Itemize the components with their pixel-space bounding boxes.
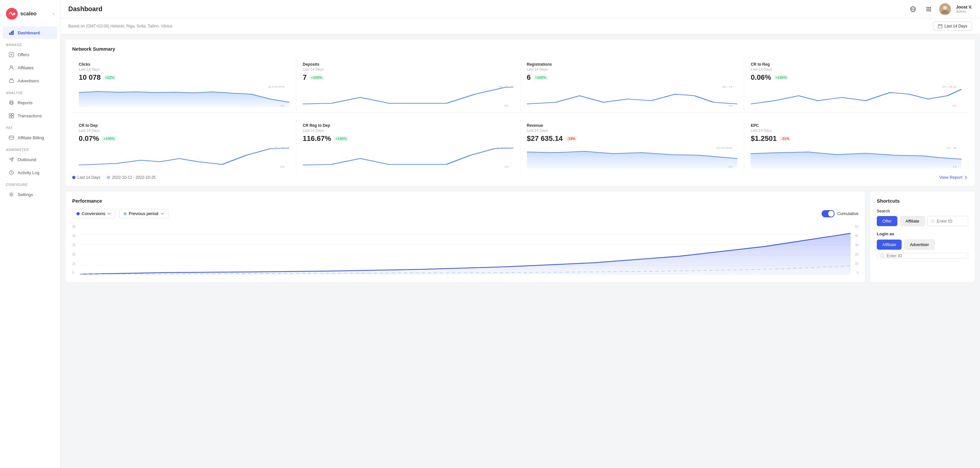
sidebar-item-settings[interactable]: Settings — [3, 188, 57, 201]
search-tab-affiliate[interactable]: Affiliate — [900, 216, 925, 226]
metric-cr-reg-dep-chart: 480 0 — [303, 145, 514, 168]
metric-registrations: Registrations Last 14 Days 6 +100% 2.4 0 — [520, 57, 745, 111]
topbar-actions: Joost V. Admin — [908, 3, 972, 15]
y-label-2k-right: 2k — [855, 253, 859, 256]
sidebar-item-advertisers[interactable]: Advertisers — [3, 75, 57, 87]
y-label-5k-right: 5k — [855, 225, 859, 228]
svg-rect-33 — [938, 24, 942, 28]
search-input[interactable] — [937, 219, 965, 224]
sidebar-item-transactions[interactable]: Transactions — [3, 110, 57, 122]
search-row: Offer Affiliate — [877, 216, 968, 226]
previous-period-dropdown[interactable]: Previous period — [119, 209, 168, 218]
avatar[interactable] — [939, 3, 951, 15]
legend-current-label: Last 14 Days — [78, 175, 100, 180]
sidebar-item-affiliate-billing[interactable]: Affiliate Billing — [3, 131, 57, 144]
sidebar-item-affiliates[interactable]: Affiliates — [3, 61, 57, 74]
chevron-down-icon — [107, 212, 111, 216]
y-label-3k-left: 3k — [72, 243, 76, 247]
sidebar-item-outbound[interactable]: Outbound — [3, 153, 57, 166]
metric-deposits-value: 7 — [303, 73, 307, 82]
scaleo-logo — [6, 8, 18, 20]
search-tab-offer[interactable]: Offer — [877, 216, 897, 226]
user-role: Admin — [956, 10, 972, 13]
sidebar-section-manage: MANAGE — [0, 39, 60, 48]
metric-registrations-chart: 2.4 0 — [527, 84, 738, 107]
metric-clicks-badge: +22% — [103, 75, 116, 80]
card-icon — [8, 135, 14, 140]
logo-text: scaleo — [20, 11, 37, 17]
network-summary-section: Network Summary Clicks Last 14 Days 10 0… — [66, 40, 975, 186]
sidebar-label-transactions: Transactions — [18, 113, 42, 118]
sidebar-item-activity-log[interactable]: Activity Log — [3, 166, 57, 179]
sidebar-item-offers[interactable]: Offers — [3, 48, 57, 61]
sidebar-label-outbound: Outbound — [18, 157, 36, 162]
metric-cr-reg-badge: +100% — [774, 75, 789, 80]
cumulative-toggle-wrapper: Cumulative — [822, 210, 859, 217]
gear-icon — [8, 191, 14, 197]
login-tab-affiliate[interactable]: Affiliate — [877, 240, 902, 250]
svg-point-25 — [926, 8, 928, 10]
sidebar-item-dashboard[interactable]: Dashboard — [3, 27, 57, 39]
svg-text:2.4: 2.4 — [947, 146, 957, 150]
metric-cr-to-reg: CR to Reg Last 14 Days 0.06% +100% 0.32 … — [744, 57, 968, 111]
y-label-5k-left: 5k — [72, 225, 76, 228]
sidebar-collapse-icon[interactable]: ‹ — [52, 11, 54, 17]
login-search-icon — [880, 254, 885, 258]
toggle-knob — [828, 211, 834, 216]
login-tabs: Affiliate Advertiser — [877, 240, 968, 250]
metric-cr-dep-label: CR to Dep — [79, 123, 290, 128]
sidebar-item-reports[interactable]: Reports — [3, 96, 57, 109]
metric-clicks-sublabel: Last 14 Days — [79, 67, 290, 71]
y-label-4k-right: 4k — [855, 234, 859, 237]
sidebar-section-configure: CONFIGURE — [0, 179, 60, 188]
cumulative-toggle[interactable] — [822, 210, 835, 217]
login-tab-advertiser[interactable]: Advertiser — [904, 240, 935, 250]
metric-cr-to-dep: CR to Dep Last 14 Days 0.07% +100% 1.2 0 — [72, 118, 296, 172]
shortcuts-section: Shortcuts Search Offer Affiliate Logi — [870, 191, 975, 282]
legend-dot-current — [72, 176, 75, 179]
sidebar-label-activity-log: Activity Log — [18, 170, 39, 175]
metric-registrations-sublabel: Last 14 Days — [527, 67, 738, 71]
y-label-0-left: 0 — [72, 271, 76, 275]
legend-row: Last 14 Days 2022-10-12 - 2022-10-25 Vie… — [72, 172, 968, 180]
performance-chart: 5k 4k 3k 2k 1k 0 5k 4k 3k 2k 1k 0 — [72, 224, 859, 276]
metric-revenue-value: $27 635.14 — [527, 134, 563, 143]
login-search-input[interactable] — [886, 253, 965, 258]
metric-revenue-sublabel: Last 14 Days — [527, 129, 738, 132]
metric-clicks-value: 10 078 — [79, 73, 100, 82]
metric-deposits-chart: 4.8 0 — [303, 84, 514, 107]
conversions-dropdown[interactable]: Conversions — [72, 209, 115, 218]
y-label-4k-left: 4k — [72, 234, 76, 237]
svg-text:1000: 1000 — [267, 85, 285, 88]
cumulative-label: Cumulative — [837, 211, 859, 216]
svg-text:0: 0 — [953, 104, 957, 107]
svg-rect-11 — [9, 113, 11, 115]
metric-clicks: Clicks Last 14 Days 10 078 +22% 1000 0 — [72, 57, 296, 111]
previous-period-label: Previous period — [129, 211, 158, 216]
y-label-3k-right: 3k — [855, 243, 859, 247]
svg-rect-15 — [9, 136, 14, 139]
date-range-button[interactable]: Last 14 Days — [933, 22, 972, 31]
conversions-label: Conversions — [82, 211, 105, 216]
globe-icon — [8, 100, 14, 105]
svg-text:0: 0 — [504, 104, 509, 107]
legend-previous: 2022-10-12 - 2022-10-25 — [107, 175, 156, 180]
topbar: Dashboard Joost V. Admin — [60, 0, 980, 18]
metric-deposits-sublabel: Last 14 Days — [303, 67, 514, 71]
svg-rect-4 — [13, 30, 14, 35]
search-label: Search — [877, 209, 968, 213]
y-label-0-right: 0 — [855, 271, 859, 275]
grid-icon — [8, 113, 14, 119]
globe-nav-icon[interactable] — [908, 4, 918, 14]
login-as-label: Login as — [877, 231, 968, 236]
performance-controls: Conversions Previous period Cumulative — [72, 209, 859, 218]
previous-dot — [124, 212, 127, 215]
apps-icon[interactable] — [923, 4, 934, 14]
sidebar-label-affiliate-billing: Affiliate Billing — [18, 135, 44, 140]
view-report-link[interactable]: View Report — [939, 175, 968, 180]
clock-icon — [8, 170, 14, 175]
svg-rect-7 — [10, 80, 13, 83]
svg-text:3200: 3200 — [715, 146, 732, 150]
svg-text:1.2: 1.2 — [274, 146, 285, 150]
search-icon — [931, 219, 935, 224]
